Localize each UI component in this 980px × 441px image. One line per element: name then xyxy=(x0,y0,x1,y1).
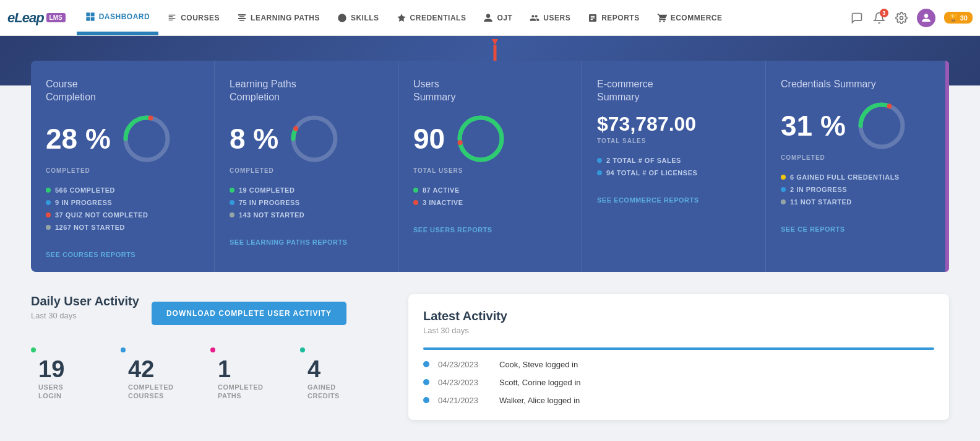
stat-item: 6 GAINED FULL CREDENTIALS xyxy=(781,173,934,181)
stat-number: 1 xyxy=(218,356,293,383)
donut-chart xyxy=(456,114,505,164)
nav-learning-paths[interactable]: LEARNING PATHS xyxy=(228,0,329,35)
stat-item: 19 COMPLETED xyxy=(230,186,383,194)
stat-text: 143 NOT STARTED xyxy=(239,211,304,219)
stat-text: 6 GAINED FULL CREDENTIALS xyxy=(790,173,900,181)
latest-activity-subtitle: Last 30 days xyxy=(423,326,934,335)
svg-rect-0 xyxy=(86,12,90,16)
card-main-row: 28 % xyxy=(46,114,199,164)
chat-icon[interactable] xyxy=(850,11,864,25)
card-subtitle: TOTAL USERS xyxy=(413,167,567,174)
card-title: Learning PathsCompletion xyxy=(230,78,383,104)
daily-activity-panel: Daily User Activity Last 30 days DOWNLOA… xyxy=(31,294,390,420)
stat-dot xyxy=(230,200,234,205)
card-title: CourseCompletion xyxy=(46,78,199,104)
download-btn[interactable]: DOWNLOAD COMPLETE USER ACTIVITY xyxy=(152,302,346,325)
card-course-completion: CourseCompletion 28 % COMPLETED 566 COMP… xyxy=(31,61,215,272)
card-users-summary: UsersSummary 90 TOTAL USERS 87 ACTIVE 3 … xyxy=(398,61,582,272)
stat-item: 2 IN PROGRESS xyxy=(781,186,934,193)
settings-icon[interactable] xyxy=(895,11,908,25)
stat-text: 11 NOT STARTED xyxy=(790,198,852,206)
activity-date: 04/21/2023 xyxy=(438,396,491,405)
stat-text: 87 ACTIVE xyxy=(423,186,460,194)
nav-dashboard[interactable]: DASHBOARD xyxy=(77,0,159,35)
card-title: Credentials Summary xyxy=(781,78,934,91)
accent-bar xyxy=(945,61,949,272)
reports-icon xyxy=(588,13,598,23)
logo-lms: LMS xyxy=(46,13,66,22)
stat-text: 2 IN PROGRESS xyxy=(790,186,847,193)
nav-reports[interactable]: REPORTS xyxy=(579,0,648,35)
card-link[interactable]: SEE USERS REPORTS xyxy=(413,226,492,234)
stat-text: 9 IN PROGRESS xyxy=(55,199,112,206)
stat-number: 4 xyxy=(307,356,382,383)
card-subtitle: TOTAL SALES xyxy=(597,138,750,144)
logo[interactable]: eLeap LMS xyxy=(7,10,66,26)
card-stats: 87 ACTIVE 3 INACTIVE xyxy=(413,186,567,206)
card-subtitle: COMPLETED xyxy=(781,154,934,161)
svg-point-15 xyxy=(460,118,502,160)
donut-chart xyxy=(857,101,906,151)
trophy-icon: 🏆 xyxy=(949,14,958,22)
card-link[interactable]: SEE CE REPORTS xyxy=(781,225,845,233)
card-title: E-commerceSummary xyxy=(597,78,750,104)
stat-number: 19 xyxy=(38,356,113,383)
stat-dot xyxy=(230,188,234,193)
donut-chart xyxy=(122,114,171,164)
activity-item: 04/23/2023 Cook, Steve logged in xyxy=(423,360,934,369)
stat-label: USERSLOGIN xyxy=(38,383,113,401)
nav-credentials[interactable]: CREDENTIALS xyxy=(388,0,475,35)
card-link[interactable]: SEE COURSES REPORTS xyxy=(46,251,135,258)
stat-item: 2 TOTAL # OF SALES xyxy=(597,157,750,164)
card-link[interactable]: SEE ECOMMERCE REPORTS xyxy=(597,196,699,204)
card-value: 28 % xyxy=(46,124,111,153)
card-subtitle: COMPLETED xyxy=(230,167,383,174)
bell-icon[interactable]: 3 xyxy=(872,11,886,25)
stat-text: 566 COMPLETED xyxy=(55,186,115,194)
nav-courses[interactable]: COURSES xyxy=(158,0,228,35)
stat-dot xyxy=(597,158,602,163)
svg-point-5 xyxy=(900,16,903,19)
logo-text: eLeap xyxy=(7,10,44,26)
nav-ojt[interactable]: OJT xyxy=(475,0,521,35)
main-content: CourseCompletion 28 % COMPLETED 566 COMP… xyxy=(0,61,980,439)
nav-users[interactable]: USERS xyxy=(521,0,579,35)
svg-rect-2 xyxy=(86,17,90,21)
svg-point-11 xyxy=(293,118,335,160)
stat-text: 2 TOTAL # OF SALES xyxy=(606,157,681,164)
card-subtitle: COMPLETED xyxy=(46,167,199,174)
card-learning-paths: Learning PathsCompletion 8 % COMPLETED 1… xyxy=(215,61,398,272)
card-title: UsersSummary xyxy=(413,78,567,104)
activity-text: Scott, Corine logged in xyxy=(499,378,581,387)
latest-activity-panel: Latest Activity Last 30 days 04/23/2023 … xyxy=(408,294,949,420)
card-ecommerce-summary: E-commerceSummary $73,787.00 TOTAL SALES… xyxy=(582,61,766,272)
card-stats: 2 TOTAL # OF SALES 94 TOTAL # OF LICENSE… xyxy=(597,157,750,177)
donut-chart xyxy=(290,114,339,164)
stat-dot xyxy=(413,188,418,193)
latest-header: Latest Activity Last 30 days xyxy=(423,309,934,335)
daily-activity-title: Daily User Activity xyxy=(31,294,139,308)
trophy-score[interactable]: 🏆 30 xyxy=(944,12,973,24)
daily-activity-subtitle: Last 30 days xyxy=(31,311,139,320)
stat-dot xyxy=(781,199,786,204)
activity-item: 04/23/2023 Scott, Corine logged in xyxy=(423,378,934,387)
card-main-row: 90 xyxy=(413,114,567,164)
stat-label: COMPLETEDCOURSES xyxy=(128,383,203,401)
card-main-row: 31 % xyxy=(781,101,934,151)
card-main-row: $73,787.00 xyxy=(597,114,750,134)
users-icon xyxy=(530,13,539,23)
card-main-row: 8 % xyxy=(230,114,383,164)
stat-item: 566 COMPLETED xyxy=(46,186,199,194)
activity-text: Cook, Steve logged in xyxy=(499,360,578,369)
latest-activity-title: Latest Activity xyxy=(423,309,934,323)
stat-dot xyxy=(230,212,234,217)
dashboard-icon xyxy=(85,12,95,22)
nav-ecommerce[interactable]: ECOMMERCE xyxy=(648,0,731,35)
card-stats: 566 COMPLETED 9 IN PROGRESS 37 QUIZ NOT … xyxy=(46,186,199,231)
card-link[interactable]: SEE LEARNING PATHS REPORTS xyxy=(230,238,347,246)
svg-rect-3 xyxy=(90,17,94,21)
nav-skills[interactable]: SKILLS xyxy=(329,0,388,35)
stat-text: 37 QUIZ NOT COMPLETED xyxy=(55,211,148,219)
stat-text: 3 INACTIVE xyxy=(423,199,463,206)
avatar[interactable] xyxy=(917,9,935,27)
